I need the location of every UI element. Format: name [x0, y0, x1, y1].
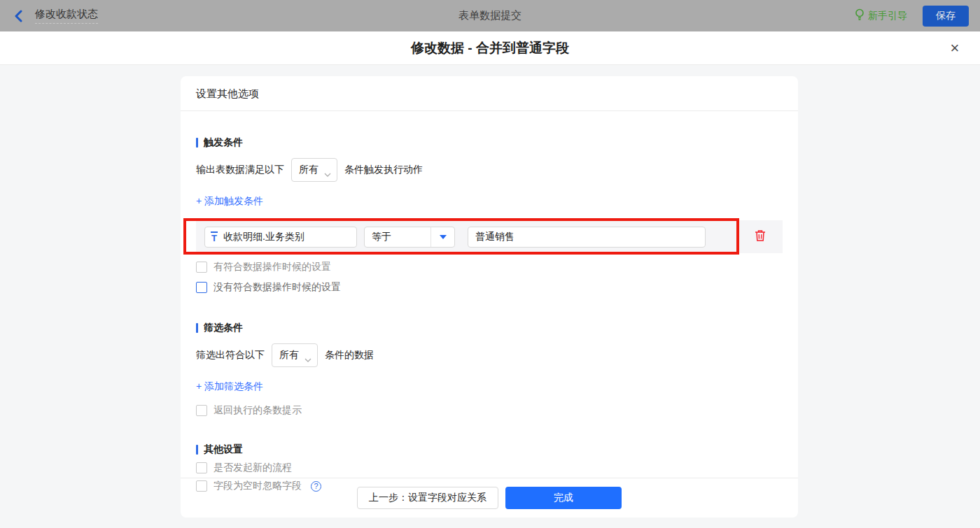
card-header: 设置其他选项 [181, 76, 798, 111]
beginner-guide-label: 新手引导 [868, 10, 907, 22]
save-button[interactable]: 保存 [923, 6, 969, 27]
modal-header: 修改数据 - 合并到普通字段 × [0, 31, 980, 65]
condition-operator-select[interactable]: 等于 [364, 227, 455, 248]
modal-body: 设置其他选项 触发条件 输出表数据满足以下 所有 条件触发执行动作 [0, 65, 980, 528]
condition-value-input-wrap[interactable] [468, 227, 706, 248]
checkbox-count-tip[interactable] [196, 405, 207, 416]
other-section-label: 其他设置 [204, 443, 243, 456]
settings-card: 设置其他选项 触发条件 输出表数据满足以下 所有 条件触发执行动作 [181, 76, 798, 518]
card-body: 触发条件 输出表数据满足以下 所有 条件触发执行动作 + 添加触发条件 [181, 136, 798, 492]
flow-name[interactable]: 修改收款状态 [35, 8, 98, 24]
checkbox-row-has-match[interactable]: 有符合数据操作时候的设置 [196, 261, 783, 273]
other-section-title: 其他设置 [196, 443, 783, 456]
screen: 修改收款状态 表单数据提交 新手引导 保存 修改数据 - 合并到普通字段 × 设… [0, 0, 980, 528]
filter-section-title: 筛选条件 [196, 322, 783, 334]
add-trigger-condition-link[interactable]: + 添加触发条件 [196, 195, 263, 208]
trash-icon [755, 229, 766, 244]
trigger-condition-row: T 等于 [196, 220, 783, 253]
back-button[interactable] [11, 9, 25, 23]
filter-match-mode-select[interactable]: 所有 [272, 343, 318, 367]
condition-field-input-wrap[interactable]: T [204, 227, 357, 248]
checkbox-row-count-tip[interactable]: 返回执行的条数提示 [196, 404, 783, 417]
section-accent-bar [196, 323, 198, 333]
page-title: 表单数据提交 [0, 9, 980, 22]
previous-step-button[interactable]: 上一步：设置字段对应关系 [357, 487, 498, 509]
trigger-sentence-suffix: 条件触发执行动作 [344, 164, 423, 176]
filter-condition-sentence: 筛选出符合以下 所有 条件的数据 [196, 343, 783, 367]
topbar: 修改收款状态 表单数据提交 新手引导 保存 [0, 0, 980, 31]
trigger-match-mode-value: 所有 [299, 164, 318, 176]
section-accent-bar [196, 445, 198, 455]
topbar-right: 新手引导 保存 [855, 6, 969, 27]
chevron-down-icon [324, 168, 331, 172]
checkbox-new-flow-label: 是否发起新的流程 [214, 462, 292, 474]
condition-inputs: T 等于 [204, 227, 753, 248]
condition-value-input[interactable] [475, 231, 698, 243]
trigger-condition-sentence: 输出表数据满足以下 所有 条件触发执行动作 [196, 158, 783, 182]
checkbox-new-flow[interactable] [196, 462, 207, 473]
operator-caret-section[interactable] [430, 227, 454, 247]
modal-title: 修改数据 - 合并到普通字段 [411, 39, 569, 57]
checkbox-has-match-label: 有符合数据操作时候的设置 [214, 261, 331, 273]
condition-operator-value: 等于 [365, 231, 430, 243]
close-icon[interactable]: × [945, 38, 965, 58]
done-button[interactable]: 完成 [505, 487, 622, 509]
chevron-down-icon [304, 353, 312, 357]
filter-match-mode-value: 所有 [279, 349, 299, 362]
checkbox-has-match[interactable] [196, 262, 207, 273]
checkbox-no-match[interactable] [196, 282, 207, 293]
card-footer: 上一步：设置字段对应关系 完成 [181, 478, 798, 518]
checkbox-row-no-match[interactable]: 没有符合数据操作时候的设置 [196, 281, 783, 294]
triangle-down-icon [440, 235, 447, 239]
section-accent-bar [196, 138, 198, 148]
trigger-section-title: 触发条件 [196, 136, 783, 149]
checkbox-count-tip-label: 返回执行的条数提示 [214, 404, 302, 417]
trigger-sentence-prefix: 输出表数据满足以下 [196, 164, 284, 176]
filter-section-label: 筛选条件 [204, 322, 243, 334]
beginner-guide-link[interactable]: 新手引导 [855, 8, 907, 23]
condition-field-input[interactable] [223, 231, 351, 243]
lightbulb-icon [855, 8, 864, 23]
chevron-left-icon [14, 10, 22, 22]
text-field-type-icon: T [211, 231, 218, 243]
trigger-match-mode-select[interactable]: 所有 [291, 158, 337, 182]
checkbox-no-match-label: 没有符合数据操作时候的设置 [214, 281, 341, 294]
checkbox-row-new-flow[interactable]: 是否发起新的流程 [196, 462, 783, 474]
filter-sentence-prefix: 筛选出符合以下 [196, 349, 265, 362]
topbar-left: 修改收款状态 [11, 8, 98, 24]
add-filter-condition-link[interactable]: + 添加筛选条件 [196, 380, 263, 393]
trigger-section-label: 触发条件 [204, 136, 243, 149]
delete-condition-button[interactable] [753, 230, 767, 244]
filter-sentence-suffix: 条件的数据 [325, 349, 374, 362]
